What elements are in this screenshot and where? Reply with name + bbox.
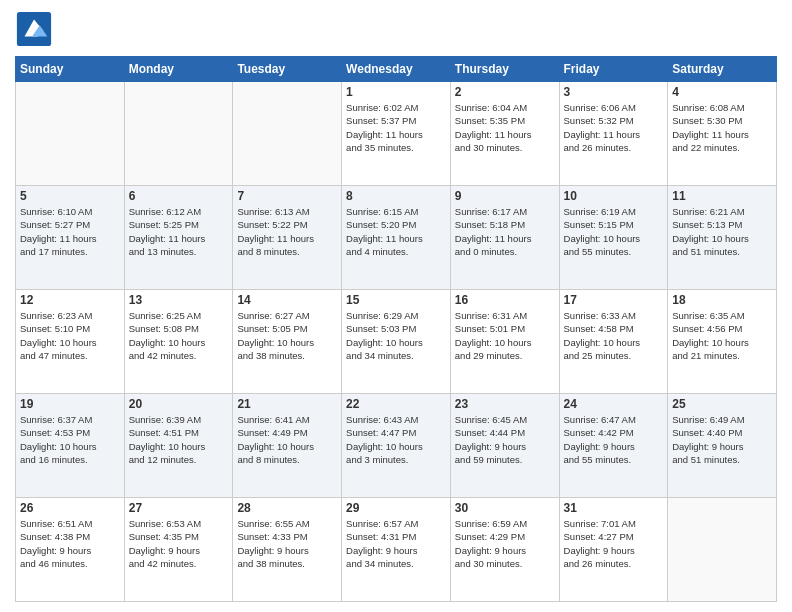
day-number: 4 [672,85,772,99]
day-info: Sunrise: 6:59 AM Sunset: 4:29 PM Dayligh… [455,517,555,570]
day-number: 18 [672,293,772,307]
calendar-header-monday: Monday [124,57,233,82]
calendar-cell [233,82,342,186]
day-number: 16 [455,293,555,307]
calendar-cell: 7Sunrise: 6:13 AM Sunset: 5:22 PM Daylig… [233,186,342,290]
calendar-week-row: 12Sunrise: 6:23 AM Sunset: 5:10 PM Dayli… [16,290,777,394]
calendar-cell: 1Sunrise: 6:02 AM Sunset: 5:37 PM Daylig… [342,82,451,186]
day-info: Sunrise: 6:23 AM Sunset: 5:10 PM Dayligh… [20,309,120,362]
calendar-header-tuesday: Tuesday [233,57,342,82]
calendar-header-row: SundayMondayTuesdayWednesdayThursdayFrid… [16,57,777,82]
calendar-cell: 10Sunrise: 6:19 AM Sunset: 5:15 PM Dayli… [559,186,668,290]
calendar-header-sunday: Sunday [16,57,125,82]
calendar-header-friday: Friday [559,57,668,82]
logo-icon [15,10,53,48]
day-number: 30 [455,501,555,515]
calendar-cell: 11Sunrise: 6:21 AM Sunset: 5:13 PM Dayli… [668,186,777,290]
calendar-cell: 6Sunrise: 6:12 AM Sunset: 5:25 PM Daylig… [124,186,233,290]
day-number: 2 [455,85,555,99]
calendar-cell: 3Sunrise: 6:06 AM Sunset: 5:32 PM Daylig… [559,82,668,186]
calendar-cell [16,82,125,186]
calendar-week-row: 1Sunrise: 6:02 AM Sunset: 5:37 PM Daylig… [16,82,777,186]
day-number: 27 [129,501,229,515]
day-number: 21 [237,397,337,411]
calendar-week-row: 5Sunrise: 6:10 AM Sunset: 5:27 PM Daylig… [16,186,777,290]
day-info: Sunrise: 6:17 AM Sunset: 5:18 PM Dayligh… [455,205,555,258]
calendar-table: SundayMondayTuesdayWednesdayThursdayFrid… [15,56,777,602]
calendar-cell: 23Sunrise: 6:45 AM Sunset: 4:44 PM Dayli… [450,394,559,498]
day-number: 7 [237,189,337,203]
day-number: 9 [455,189,555,203]
calendar-cell: 13Sunrise: 6:25 AM Sunset: 5:08 PM Dayli… [124,290,233,394]
calendar-cell: 21Sunrise: 6:41 AM Sunset: 4:49 PM Dayli… [233,394,342,498]
day-number: 20 [129,397,229,411]
day-info: Sunrise: 6:04 AM Sunset: 5:35 PM Dayligh… [455,101,555,154]
day-info: Sunrise: 6:47 AM Sunset: 4:42 PM Dayligh… [564,413,664,466]
day-number: 3 [564,85,664,99]
calendar-cell: 16Sunrise: 6:31 AM Sunset: 5:01 PM Dayli… [450,290,559,394]
calendar-cell: 9Sunrise: 6:17 AM Sunset: 5:18 PM Daylig… [450,186,559,290]
day-info: Sunrise: 6:55 AM Sunset: 4:33 PM Dayligh… [237,517,337,570]
day-number: 25 [672,397,772,411]
day-info: Sunrise: 6:08 AM Sunset: 5:30 PM Dayligh… [672,101,772,154]
day-info: Sunrise: 6:51 AM Sunset: 4:38 PM Dayligh… [20,517,120,570]
calendar-cell: 19Sunrise: 6:37 AM Sunset: 4:53 PM Dayli… [16,394,125,498]
day-info: Sunrise: 6:39 AM Sunset: 4:51 PM Dayligh… [129,413,229,466]
calendar-cell: 29Sunrise: 6:57 AM Sunset: 4:31 PM Dayli… [342,498,451,602]
calendar-header-thursday: Thursday [450,57,559,82]
day-number: 19 [20,397,120,411]
calendar-cell: 5Sunrise: 6:10 AM Sunset: 5:27 PM Daylig… [16,186,125,290]
calendar-cell [124,82,233,186]
day-number: 23 [455,397,555,411]
calendar-cell: 12Sunrise: 6:23 AM Sunset: 5:10 PM Dayli… [16,290,125,394]
logo [15,10,57,48]
calendar-cell: 17Sunrise: 6:33 AM Sunset: 4:58 PM Dayli… [559,290,668,394]
day-info: Sunrise: 6:12 AM Sunset: 5:25 PM Dayligh… [129,205,229,258]
day-number: 8 [346,189,446,203]
calendar-cell: 31Sunrise: 7:01 AM Sunset: 4:27 PM Dayli… [559,498,668,602]
day-number: 5 [20,189,120,203]
day-info: Sunrise: 6:27 AM Sunset: 5:05 PM Dayligh… [237,309,337,362]
day-number: 14 [237,293,337,307]
header [15,10,777,48]
day-info: Sunrise: 6:02 AM Sunset: 5:37 PM Dayligh… [346,101,446,154]
day-info: Sunrise: 6:29 AM Sunset: 5:03 PM Dayligh… [346,309,446,362]
calendar-cell: 27Sunrise: 6:53 AM Sunset: 4:35 PM Dayli… [124,498,233,602]
calendar-cell: 24Sunrise: 6:47 AM Sunset: 4:42 PM Dayli… [559,394,668,498]
day-info: Sunrise: 6:37 AM Sunset: 4:53 PM Dayligh… [20,413,120,466]
calendar-cell: 20Sunrise: 6:39 AM Sunset: 4:51 PM Dayli… [124,394,233,498]
calendar-cell: 8Sunrise: 6:15 AM Sunset: 5:20 PM Daylig… [342,186,451,290]
day-info: Sunrise: 6:43 AM Sunset: 4:47 PM Dayligh… [346,413,446,466]
calendar-cell: 25Sunrise: 6:49 AM Sunset: 4:40 PM Dayli… [668,394,777,498]
calendar-cell: 30Sunrise: 6:59 AM Sunset: 4:29 PM Dayli… [450,498,559,602]
day-number: 15 [346,293,446,307]
day-info: Sunrise: 7:01 AM Sunset: 4:27 PM Dayligh… [564,517,664,570]
calendar-cell: 22Sunrise: 6:43 AM Sunset: 4:47 PM Dayli… [342,394,451,498]
day-number: 17 [564,293,664,307]
calendar-cell: 18Sunrise: 6:35 AM Sunset: 4:56 PM Dayli… [668,290,777,394]
day-info: Sunrise: 6:21 AM Sunset: 5:13 PM Dayligh… [672,205,772,258]
day-number: 10 [564,189,664,203]
day-info: Sunrise: 6:53 AM Sunset: 4:35 PM Dayligh… [129,517,229,570]
day-info: Sunrise: 6:15 AM Sunset: 5:20 PM Dayligh… [346,205,446,258]
day-number: 1 [346,85,446,99]
day-number: 26 [20,501,120,515]
calendar-cell: 4Sunrise: 6:08 AM Sunset: 5:30 PM Daylig… [668,82,777,186]
day-info: Sunrise: 6:45 AM Sunset: 4:44 PM Dayligh… [455,413,555,466]
day-number: 22 [346,397,446,411]
day-number: 12 [20,293,120,307]
day-info: Sunrise: 6:41 AM Sunset: 4:49 PM Dayligh… [237,413,337,466]
calendar-cell: 14Sunrise: 6:27 AM Sunset: 5:05 PM Dayli… [233,290,342,394]
day-number: 13 [129,293,229,307]
day-info: Sunrise: 6:57 AM Sunset: 4:31 PM Dayligh… [346,517,446,570]
day-info: Sunrise: 6:19 AM Sunset: 5:15 PM Dayligh… [564,205,664,258]
calendar-cell: 26Sunrise: 6:51 AM Sunset: 4:38 PM Dayli… [16,498,125,602]
calendar-header-wednesday: Wednesday [342,57,451,82]
day-number: 28 [237,501,337,515]
day-info: Sunrise: 6:25 AM Sunset: 5:08 PM Dayligh… [129,309,229,362]
calendar-cell: 28Sunrise: 6:55 AM Sunset: 4:33 PM Dayli… [233,498,342,602]
day-info: Sunrise: 6:33 AM Sunset: 4:58 PM Dayligh… [564,309,664,362]
day-info: Sunrise: 6:06 AM Sunset: 5:32 PM Dayligh… [564,101,664,154]
page: SundayMondayTuesdayWednesdayThursdayFrid… [0,0,792,612]
calendar-week-row: 19Sunrise: 6:37 AM Sunset: 4:53 PM Dayli… [16,394,777,498]
